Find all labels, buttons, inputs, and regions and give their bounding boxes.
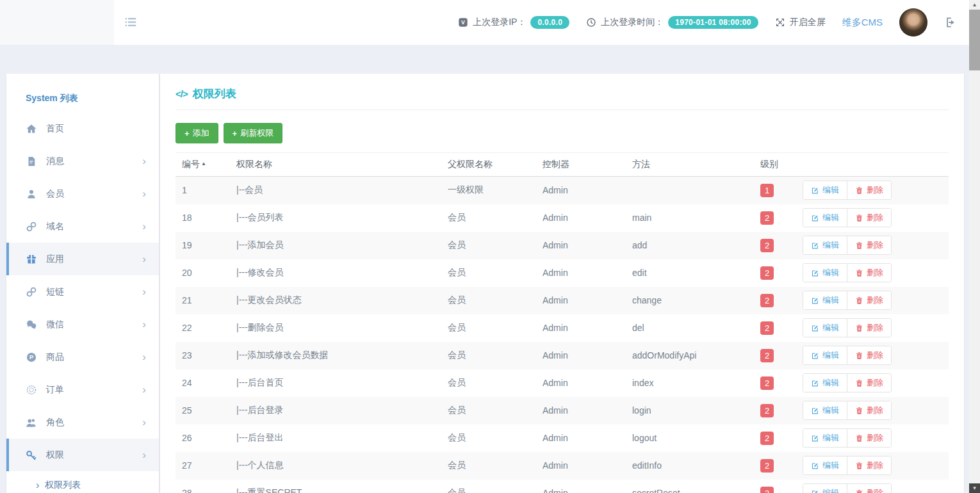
delete-button[interactable]: 删除	[847, 209, 891, 227]
sidebar-item[interactable]: 首页 ›	[6, 112, 159, 145]
pencil-icon	[811, 324, 819, 332]
delete-button[interactable]: 删除	[847, 401, 891, 419]
edit-button[interactable]: 编辑	[803, 319, 847, 337]
delete-button[interactable]: 删除	[847, 457, 891, 474]
sidebar-item[interactable]: 应用 ›	[6, 243, 159, 275]
edit-button[interactable]: 编辑	[803, 209, 847, 227]
cell-id: 20	[176, 259, 230, 287]
sidebar-item[interactable]: 订单 ›	[6, 373, 159, 406]
pencil-icon	[811, 352, 819, 360]
delete-button[interactable]: 删除	[847, 429, 891, 447]
delete-button[interactable]: 删除	[847, 484, 891, 493]
cell-actions: 编辑 删除	[796, 314, 949, 342]
level-badge: 2	[760, 211, 774, 225]
sidebar-menu: 首页 › 消息 › 会员 › 域名 ›	[6, 112, 159, 471]
delete-button[interactable]: 删除	[847, 291, 891, 309]
chevron-right-icon: ›	[142, 188, 146, 199]
scroll-down-button[interactable]: ▼	[969, 483, 980, 493]
cell-actions: 编辑 删除	[796, 397, 949, 424]
edit-button[interactable]: 编辑	[803, 181, 847, 199]
edit-button[interactable]: 编辑	[803, 264, 847, 282]
cell-method: addOrModifyApi	[626, 342, 754, 369]
edit-button[interactable]: 编辑	[803, 457, 847, 474]
cell-level: 2	[754, 314, 796, 342]
cell-permission-name: |---修改会员	[230, 259, 441, 287]
cell-controller: Admin	[536, 480, 626, 493]
chevron-right-icon: ›	[142, 352, 146, 362]
delete-button[interactable]: 删除	[847, 346, 891, 364]
sidebar-item[interactable]: 商品 ›	[6, 341, 159, 373]
cell-level: 2	[754, 369, 796, 397]
cell-actions: 编辑 删除	[796, 424, 949, 452]
fullscreen-toggle[interactable]: 开启全屏	[775, 17, 826, 28]
trash-icon	[855, 462, 863, 470]
edit-button[interactable]: 编辑	[803, 429, 847, 447]
last-login-ip-badge: 0.0.0.0	[530, 16, 569, 29]
brand-link[interactable]: 维多CMS	[842, 17, 883, 29]
cell-method: index	[626, 369, 754, 397]
row-action-group: 编辑 删除	[803, 291, 892, 310]
edit-button[interactable]: 编辑	[803, 346, 847, 364]
trash-icon	[855, 269, 863, 277]
column-header-method[interactable]: 方法	[626, 153, 754, 177]
column-header-level[interactable]: 级别	[754, 153, 796, 177]
top-nav: V 上次登录IP： 0.0.0.0 上次登录时间： 1970-01-01 08:…	[458, 0, 957, 45]
menu-toggle-icon[interactable]	[124, 15, 138, 29]
scroll-up-button[interactable]: ▲	[969, 0, 980, 10]
table-row: 20 |---修改会员 会员 Admin edit 2	[176, 259, 949, 287]
level-badge: 2	[760, 432, 774, 445]
edit-button[interactable]: 编辑	[803, 291, 847, 309]
edit-button[interactable]: 编辑	[803, 401, 847, 419]
level-badge: 2	[760, 376, 774, 390]
scrollbar-thumb[interactable]	[969, 10, 980, 70]
trash-icon	[855, 407, 863, 415]
column-header-id[interactable]: 编号▲	[176, 153, 230, 177]
sidebar-submenu: › 权限列表	[6, 471, 159, 493]
sort-asc-icon: ▲	[201, 161, 206, 166]
sidebar-item[interactable]: 短链 ›	[6, 275, 159, 308]
level-badge: 2	[760, 404, 774, 417]
delete-button[interactable]: 删除	[847, 236, 891, 254]
level-badge: 2	[760, 294, 774, 307]
logout-icon[interactable]	[944, 16, 957, 29]
cell-method: login	[626, 397, 754, 424]
cell-level: 2	[754, 424, 796, 452]
cell-id: 21	[176, 287, 230, 314]
level-badge: 2	[760, 349, 774, 362]
pencil-icon	[811, 214, 819, 222]
sidebar-item[interactable]: 会员 ›	[6, 177, 159, 210]
table-row: 28 |---重置SECRET 会员 Admin secretReset 2	[176, 480, 949, 493]
column-header-controller[interactable]: 控制器	[536, 153, 626, 177]
sidebar-item[interactable]: 权限 ›	[6, 439, 159, 471]
edit-button[interactable]: 编辑	[803, 236, 847, 254]
edit-button[interactable]: 编辑	[803, 484, 847, 493]
pencil-icon	[811, 241, 819, 250]
chevron-right-icon: ›	[142, 384, 146, 395]
toolbar: + 添加 + 刷新权限	[176, 123, 949, 143]
avatar[interactable]	[899, 8, 927, 36]
fullscreen-icon	[775, 17, 785, 28]
add-button[interactable]: + 添加	[176, 123, 218, 143]
sidebar-item[interactable]: 消息 ›	[6, 145, 159, 177]
cell-controller: Admin	[536, 232, 626, 259]
chevron-right-icon: ›	[142, 254, 146, 264]
sidebar-item[interactable]: 域名 ›	[6, 210, 159, 243]
level-badge: 2	[760, 459, 774, 473]
delete-button[interactable]: 删除	[847, 374, 891, 392]
delete-button[interactable]: 删除	[847, 264, 891, 282]
sidebar-subitem-permission-list[interactable]: › 权限列表	[6, 471, 159, 493]
refresh-permissions-button[interactable]: + 刷新权限	[224, 123, 283, 143]
delete-button[interactable]: 删除	[847, 319, 891, 337]
delete-button[interactable]: 删除	[847, 181, 891, 199]
cell-permission-name: |---会员列表	[230, 204, 441, 232]
cell-method	[626, 177, 754, 204]
cell-id: 24	[176, 369, 230, 397]
column-header-parent[interactable]: 父权限名称	[441, 153, 536, 177]
scrollbar[interactable]: ▲ ▼	[969, 0, 980, 493]
sidebar-item[interactable]: 微信 ›	[6, 308, 159, 341]
edit-button[interactable]: 编辑	[803, 374, 847, 392]
cell-id: 19	[176, 232, 230, 259]
last-login-time: 上次登录时间： 1970-01-01 08:00:00	[586, 16, 758, 29]
sidebar-item[interactable]: 角色 ›	[6, 406, 159, 439]
column-header-name[interactable]: 权限名称	[230, 153, 441, 177]
